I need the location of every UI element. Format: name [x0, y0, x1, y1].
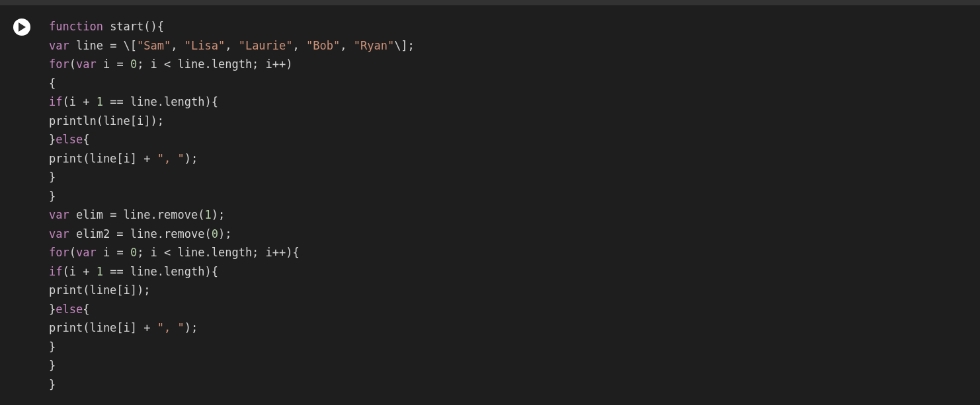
code-token: println(line[i]); [49, 114, 164, 128]
code-token: 1 [204, 208, 211, 221]
code-token: ); [184, 321, 198, 334]
code-token: "Bob" [306, 39, 340, 52]
code-token: i = [97, 246, 130, 259]
code-token: } [49, 340, 56, 353]
code-token: for [49, 57, 69, 71]
code-token: (i + [62, 95, 96, 108]
code-line: { [49, 74, 415, 93]
code-token: , [340, 39, 353, 52]
code-token: var [76, 57, 97, 71]
code-token: elim = line.remove( [69, 208, 205, 221]
code-token: (i + [62, 265, 96, 278]
code-token: "Lisa" [184, 39, 225, 52]
code-line: print(line[i]); [49, 281, 415, 300]
code-line: if(i + 1 == line.length){ [49, 262, 415, 281]
code-token: , [225, 39, 238, 52]
code-token: var [49, 227, 69, 240]
code-line: for(var i = 0; i < line.length; i++) [49, 55, 415, 74]
code-token: 1 [97, 95, 103, 108]
code-line: var line = \["Sam", "Lisa", "Laurie", "B… [49, 36, 415, 55]
code-token: { [83, 133, 89, 146]
code-line: print(line[i] + ", "); [49, 318, 415, 338]
code-token: if [49, 265, 62, 278]
code-token: 0 [130, 246, 137, 259]
code-token: start(){ [103, 20, 164, 33]
code-token: , [293, 39, 306, 52]
code-token: ; i < line.length; i++) [137, 57, 292, 71]
code-cell: function start(){var line = \["Sam", "Li… [0, 5, 980, 394]
code-token: } [49, 190, 56, 203]
code-token: } [49, 378, 56, 391]
code-line: var elim = line.remove(1); [49, 205, 415, 225]
code-token: for [49, 246, 69, 259]
play-icon [18, 22, 26, 32]
code-line: } [49, 356, 415, 375]
code-token: 0 [130, 57, 137, 71]
code-block[interactable]: function start(){var line = \["Sam", "Li… [49, 17, 415, 394]
code-token: ", " [157, 321, 184, 334]
code-token: 1 [97, 265, 103, 278]
code-token: i = [97, 57, 130, 71]
code-token: var [76, 246, 97, 259]
code-line: }else{ [49, 130, 415, 149]
code-token: else [56, 303, 83, 316]
code-line: var elim2 = line.remove(0); [49, 225, 415, 244]
code-token: ); [212, 208, 225, 221]
code-token: function [49, 20, 103, 33]
code-token: print(line[i] + [49, 321, 157, 334]
code-token: } [49, 133, 56, 146]
code-token: 0 [212, 227, 218, 240]
code-token: "Sam" [137, 39, 171, 52]
code-token: } [49, 359, 56, 372]
code-line: }else{ [49, 300, 415, 319]
code-token: \]; [394, 39, 415, 52]
code-token: ; i < line.length; i++){ [137, 246, 300, 259]
code-token: } [49, 170, 56, 184]
code-token: , [171, 39, 184, 52]
code-token: else [56, 133, 83, 146]
code-token: ", " [157, 152, 184, 165]
code-line: if(i + 1 == line.length){ [49, 92, 415, 112]
code-token: print(line[i]); [49, 283, 151, 297]
code-token: == line.length){ [103, 265, 218, 278]
code-token: ( [69, 57, 76, 71]
code-line: print(line[i] + ", "); [49, 149, 415, 168]
code-token: line = \[ [69, 39, 137, 52]
code-token: "Ryan" [354, 39, 394, 52]
code-token: ); [184, 152, 198, 165]
code-line: } [49, 338, 415, 357]
code-token: elim2 = line.remove( [69, 227, 212, 240]
code-line: } [49, 375, 415, 394]
top-bar [0, 0, 980, 5]
code-line: } [49, 187, 415, 206]
code-token: } [49, 303, 56, 316]
code-token: { [49, 77, 56, 90]
code-token: { [83, 303, 89, 316]
code-token: var [49, 208, 69, 221]
svg-marker-0 [19, 22, 26, 32]
code-token: "Laurie" [239, 39, 293, 52]
code-line: println(line[i]); [49, 112, 415, 131]
code-line: } [49, 168, 415, 187]
run-button[interactable] [13, 18, 30, 36]
code-token: ); [218, 227, 231, 240]
code-token: var [49, 39, 69, 52]
code-token: if [49, 95, 62, 108]
code-line: for(var i = 0; i < line.length; i++){ [49, 243, 415, 262]
code-token: == line.length){ [103, 95, 218, 108]
code-token: ( [69, 246, 76, 259]
code-token: print(line[i] + [49, 152, 157, 165]
code-line: function start(){ [49, 17, 415, 36]
